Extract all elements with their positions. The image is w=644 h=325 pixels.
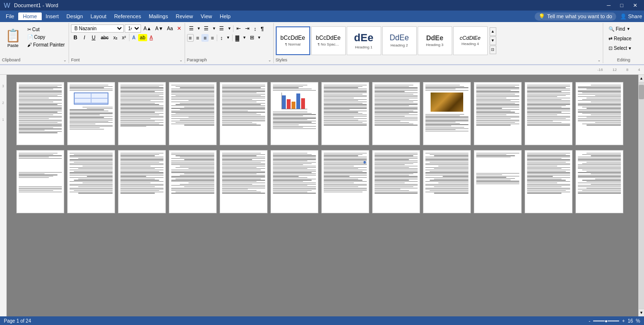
line-spacing-button[interactable]: ↕ <box>218 34 225 42</box>
page-thumb-17[interactable] <box>220 150 268 213</box>
bold-button[interactable]: B <box>71 34 80 41</box>
italic-button[interactable]: I <box>80 34 89 41</box>
maximize-btn[interactable]: □ <box>617 2 626 9</box>
style-normal[interactable]: bCcDdEe ¶ Normal <box>276 26 310 55</box>
font-expand-icon[interactable]: ⌄ <box>179 58 183 62</box>
clipboard-expand-icon[interactable]: ⌄ <box>63 58 67 62</box>
superscript-button[interactable]: x² <box>120 34 128 41</box>
line-spacing-dropdown[interactable]: ▼ <box>225 35 231 41</box>
page-thumb-9[interactable] <box>423 82 471 145</box>
format-painter-button[interactable]: 🖌 Format Painter <box>25 41 67 48</box>
zoom-slider[interactable]: ━━━━●━━━━ <box>593 318 619 324</box>
align-right-button[interactable]: ≡ <box>201 34 208 42</box>
page-thumb-15[interactable] <box>118 150 166 213</box>
font-size-selector[interactable]: 14 <box>125 24 141 33</box>
grow-font-button[interactable]: A▲ <box>142 25 153 32</box>
right-scrollbar[interactable]: ▲ ▼ <box>638 75 644 316</box>
menu-view[interactable]: View <box>197 12 216 20</box>
style-no-space[interactable]: bCcDdEe ¶ No Spac... <box>311 26 346 55</box>
font-name-selector[interactable]: B Nazanin <box>71 24 124 33</box>
justify-button[interactable]: ≡ <box>209 34 216 42</box>
cut-button[interactable]: ✂ Cut <box>25 26 67 33</box>
styles-scroll-down[interactable]: ▼ <box>490 36 496 45</box>
scroll-down-arrow[interactable]: ▼ <box>639 309 644 316</box>
numbering-button[interactable]: ☰ <box>202 24 211 33</box>
page-thumb-2[interactable] <box>67 82 115 145</box>
menu-help[interactable]: Help <box>216 12 234 20</box>
change-case-button[interactable]: Aa <box>165 25 174 32</box>
shading-dropdown[interactable]: ▼ <box>242 35 247 41</box>
page-thumb-13[interactable] <box>16 150 64 213</box>
menu-home[interactable]: Home <box>18 12 42 20</box>
page-thumb-22[interactable] <box>474 150 522 213</box>
bullets-dropdown[interactable]: ▼ <box>196 25 202 32</box>
borders-button[interactable]: ⊞ <box>248 34 256 42</box>
page-thumb-12[interactable] <box>575 82 623 145</box>
page-thumb-16[interactable] <box>169 150 217 213</box>
share-button[interactable]: 👤 Share <box>620 13 642 20</box>
page-thumb-6[interactable] <box>270 82 318 145</box>
select-button[interactable]: ⊡ Select ▾ <box>606 44 641 52</box>
align-left-button[interactable]: ≡ <box>187 34 194 42</box>
minimize-btn[interactable]: ─ <box>604 2 614 9</box>
underline-button[interactable]: U <box>89 34 98 41</box>
close-btn[interactable]: ✕ <box>630 2 640 9</box>
scroll-up-arrow[interactable]: ▲ <box>639 75 644 82</box>
scroll-track[interactable] <box>639 82 644 309</box>
page-thumb-4[interactable] <box>169 82 217 145</box>
page-thumb-20[interactable] <box>372 150 420 213</box>
numbering-dropdown[interactable]: ▼ <box>211 25 217 32</box>
decrease-indent-button[interactable]: ⇤ <box>234 24 243 33</box>
shading-button[interactable]: ▓ <box>234 34 241 42</box>
highlight-color-button[interactable]: ab <box>138 34 147 41</box>
clear-formatting-button[interactable]: ✕ <box>176 24 183 33</box>
text-effects-button[interactable]: A <box>130 34 138 41</box>
style-heading1[interactable]: dEe Heading 1 <box>347 26 381 55</box>
menu-layout[interactable]: Layout <box>87 12 110 20</box>
scroll-thumb[interactable] <box>639 85 644 99</box>
styles-scroll-more[interactable]: ⊡ <box>490 46 496 54</box>
style-heading3[interactable]: DdEe Heading 3 <box>418 26 452 55</box>
bullets-button[interactable]: ☰ <box>187 24 196 33</box>
page-thumb-19[interactable] <box>321 150 369 213</box>
font-color-button[interactable]: A <box>148 34 155 41</box>
document-canvas[interactable] <box>7 75 638 316</box>
find-button[interactable]: 🔍 Find ▼ <box>606 25 641 33</box>
sort-button[interactable]: ↕ <box>252 25 258 33</box>
menu-review[interactable]: Review <box>172 12 197 20</box>
menu-insert[interactable]: Insert <box>42 12 63 20</box>
subscript-button[interactable]: x₂ <box>111 34 119 41</box>
style-heading2[interactable]: DdEe Heading 2 <box>382 26 417 55</box>
page-thumb-23[interactable] <box>525 150 573 213</box>
show-marks-button[interactable]: ¶ <box>259 25 266 33</box>
multilevel-button[interactable]: ☰ <box>217 24 226 33</box>
increase-indent-button[interactable]: ⇥ <box>243 24 251 33</box>
styles-scroll-up[interactable]: ▲ <box>490 27 496 36</box>
multilevel-dropdown[interactable]: ▼ <box>226 25 232 32</box>
copy-button[interactable]: 📄 Copy <box>25 34 67 41</box>
page-thumb-18[interactable] <box>270 150 318 213</box>
styles-expand-icon[interactable]: ⌄ <box>597 58 601 62</box>
page-thumb-8[interactable] <box>372 82 420 145</box>
menu-mailings[interactable]: Mailings <box>145 12 172 20</box>
page-thumb-11[interactable] <box>525 82 573 145</box>
menu-design[interactable]: Design <box>63 12 87 20</box>
page-thumb-21[interactable] <box>423 150 471 213</box>
page-thumb-24[interactable] <box>575 150 623 213</box>
page-thumb-5[interactable] <box>220 82 268 145</box>
align-center-button[interactable]: ≡ <box>194 34 201 42</box>
tell-me-bar[interactable]: 💡 Tell me what you want to do <box>535 12 616 21</box>
menu-file[interactable]: File <box>2 12 18 20</box>
shrink-font-button[interactable]: A▼ <box>154 25 165 32</box>
page-thumb-14[interactable] <box>67 150 115 213</box>
page-thumb-1[interactable] <box>16 82 64 145</box>
paste-button[interactable]: 📋 Paste <box>2 24 24 52</box>
replace-button[interactable]: ⇄ Replace <box>606 35 641 43</box>
borders-dropdown[interactable]: ▼ <box>257 35 262 41</box>
menu-references[interactable]: References <box>110 12 145 20</box>
page-thumb-7[interactable] <box>321 82 369 145</box>
zoom-in-button[interactable]: + <box>622 318 625 324</box>
zoom-out-button[interactable]: - <box>589 318 590 324</box>
page-thumb-3[interactable] <box>118 82 166 145</box>
paragraph-expand-icon[interactable]: ⌄ <box>268 58 271 62</box>
